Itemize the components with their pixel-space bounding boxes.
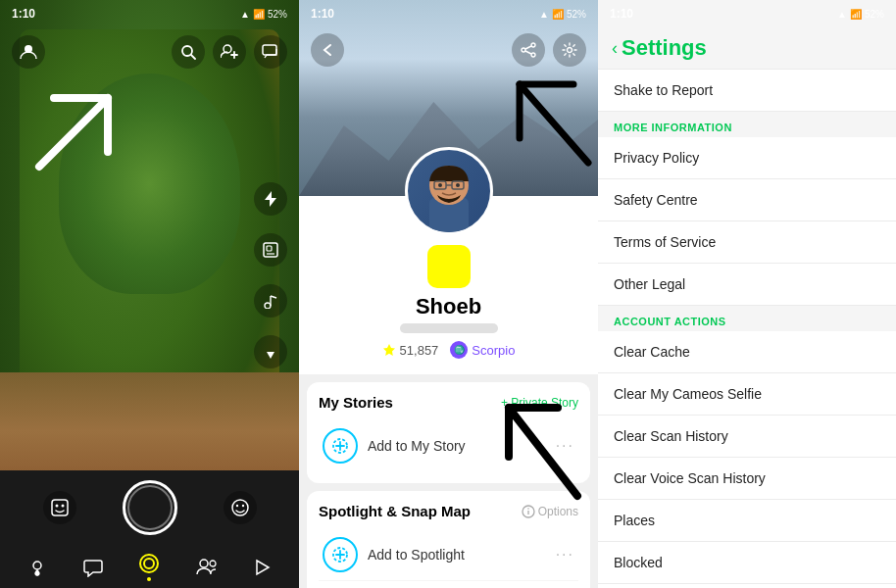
profile-settings-button[interactable] xyxy=(553,33,586,67)
shake-to-report-item[interactable]: Shake to Report xyxy=(598,69,896,112)
back-chevron-icon: ‹ xyxy=(612,38,618,59)
more-information-category: MORE INFORMATION xyxy=(598,112,896,137)
add-friend-button[interactable] xyxy=(213,35,246,69)
account-actions-category: ACCOUNT ACTIONS xyxy=(598,306,896,331)
add-to-story-item[interactable]: Add to My Story ··· xyxy=(319,420,578,471)
clear-voice-scan-history-label: Clear Voice Scan History xyxy=(614,470,766,486)
svg-line-31 xyxy=(525,46,531,49)
terms-of-service-item[interactable]: Terms of Service xyxy=(598,221,896,264)
settings-title: Settings xyxy=(622,35,707,61)
status-icons: ▲ 📶 52% xyxy=(240,9,287,20)
stories-header: My Stories + Private Story xyxy=(319,394,578,411)
zodiac-badge: ♏ Scorpio xyxy=(450,341,515,359)
battery-icon: 52% xyxy=(268,9,287,20)
clear-cache-item[interactable]: Clear Cache xyxy=(598,331,896,373)
friends-nav-item[interactable] xyxy=(196,559,218,576)
other-legal-label: Other Legal xyxy=(614,276,685,292)
svg-line-14 xyxy=(271,296,276,298)
blocked-item[interactable]: Blocked xyxy=(598,542,896,584)
settings-list: Shake to Report MORE INFORMATION Privacy… xyxy=(598,69,896,588)
profile-scroll-content[interactable]: My Stories + Private Story Add to My Sto… xyxy=(299,374,598,588)
camera-bottom xyxy=(0,470,299,588)
svg-point-28 xyxy=(531,43,535,47)
spotlight-favourites-item[interactable]: My Spotlight Favourites › xyxy=(319,581,578,588)
saved-login-info-item[interactable]: Saved Login Info xyxy=(598,584,896,588)
music-button[interactable] xyxy=(254,284,287,318)
privacy-policy-label: Privacy Policy xyxy=(614,150,699,166)
settings-status-time: 1:10 xyxy=(610,7,633,21)
svg-point-40 xyxy=(456,183,460,187)
bottom-nav xyxy=(0,545,299,588)
profile-wifi-icon: ▲ xyxy=(539,9,549,20)
chat-button[interactable] xyxy=(254,35,287,69)
story-more-dots[interactable]: ··· xyxy=(556,437,574,455)
flash-button[interactable] xyxy=(254,182,287,216)
blocked-label: Blocked xyxy=(614,555,663,570)
status-bar: 1:10 ▲ 📶 52% xyxy=(0,0,299,27)
camera-nav-item[interactable] xyxy=(138,553,160,581)
spotlight-options-label[interactable]: Options xyxy=(538,505,578,518)
clear-scan-history-label: Clear Scan History xyxy=(614,428,728,444)
camera-right-tools xyxy=(254,182,287,368)
clear-cache-label: Clear Cache xyxy=(614,344,690,360)
add-to-spotlight-item[interactable]: Add to Spotlight ··· xyxy=(319,529,578,581)
svg-point-24 xyxy=(144,559,154,568)
spotlight-more-dots[interactable]: ··· xyxy=(556,546,574,564)
svg-point-33 xyxy=(568,48,572,53)
private-story-button[interactable]: + Private Story xyxy=(501,396,578,410)
places-item[interactable]: Places xyxy=(598,500,896,542)
camera-panel: 1:10 ▲ 📶 52% xyxy=(0,0,299,588)
play-nav-item[interactable] xyxy=(254,559,272,576)
profile-arrow-overlay xyxy=(500,74,598,176)
profile-name: Shoeb xyxy=(416,294,481,319)
spotlight-section: Spotlight & Snap Map Options xyxy=(307,491,590,588)
add-to-spotlight-label: Add to Spotlight xyxy=(368,547,546,563)
camera-controls xyxy=(0,470,299,545)
svg-point-20 xyxy=(235,505,237,507)
terms-of-service-label: Terms of Service xyxy=(614,234,716,250)
svg-point-30 xyxy=(531,53,535,57)
clear-cameos-selfie-item[interactable]: Clear My Cameos Selfie xyxy=(598,373,896,416)
emoji-button[interactable] xyxy=(224,491,257,524)
other-legal-item[interactable]: Other Legal xyxy=(598,264,896,306)
privacy-policy-item[interactable]: Privacy Policy xyxy=(598,137,896,179)
shutter-button[interactable] xyxy=(123,480,177,535)
map-nav-item[interactable] xyxy=(27,558,47,577)
sticker-button[interactable] xyxy=(43,491,76,524)
more-info-label: MORE INFORMATION xyxy=(614,122,732,133)
svg-point-39 xyxy=(438,183,442,187)
svg-point-25 xyxy=(200,560,208,567)
svg-point-23 xyxy=(140,555,158,572)
wifi-icon: ▲ xyxy=(240,9,250,20)
settings-back-button[interactable]: ‹ Settings xyxy=(612,35,882,61)
settings-signal-icon: 📶 xyxy=(850,9,862,20)
svg-marker-27 xyxy=(257,561,269,574)
clear-scan-history-item[interactable]: Clear Scan History xyxy=(598,416,896,458)
more-button[interactable] xyxy=(254,335,287,368)
safety-centre-item[interactable]: Safety Centre xyxy=(598,179,896,221)
svg-point-22 xyxy=(33,562,41,569)
profile-header-background: 1:10 ▲ 📶 52% xyxy=(299,0,598,196)
svg-marker-42 xyxy=(383,344,395,356)
score-value: 51,857 xyxy=(400,343,439,358)
profile-button[interactable] xyxy=(12,35,45,69)
svg-line-41 xyxy=(520,84,588,163)
spotlight-header: Spotlight & Snap Map Options xyxy=(319,503,578,519)
chat-nav-item[interactable] xyxy=(83,558,103,577)
settings-battery-icon: 52% xyxy=(865,9,884,20)
profile-stats: 51,857 ♏ Scorpio xyxy=(382,341,516,359)
svg-rect-10 xyxy=(267,246,272,251)
svg-point-17 xyxy=(55,505,58,508)
account-actions-label: ACCOUNT ACTIONS xyxy=(614,316,726,327)
zodiac-label: Scorpio xyxy=(472,343,515,358)
profile-status-time: 1:10 xyxy=(311,7,334,21)
signal-icon: 📶 xyxy=(253,9,265,20)
arrow-overlay xyxy=(29,78,127,176)
settings-status-icons: ▲ 📶 52% xyxy=(837,9,884,20)
stories-title: My Stories xyxy=(319,394,393,411)
gallery-button[interactable] xyxy=(254,233,287,267)
profile-back-button[interactable] xyxy=(311,33,344,67)
search-button[interactable] xyxy=(172,35,205,69)
clear-voice-scan-history-item[interactable]: Clear Voice Scan History xyxy=(598,458,896,500)
profile-share-button[interactable] xyxy=(512,33,545,67)
